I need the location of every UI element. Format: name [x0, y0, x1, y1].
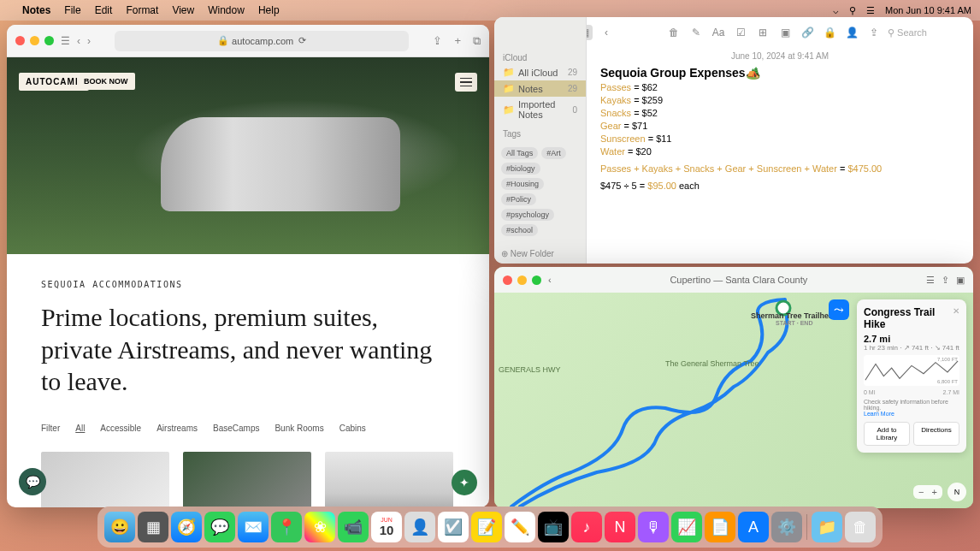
- tag[interactable]: #Policy: [501, 193, 536, 205]
- back-icon[interactable]: ‹: [598, 25, 615, 40]
- forward-icon[interactable]: ›: [87, 35, 91, 47]
- tag[interactable]: #psychology: [501, 209, 554, 221]
- share-icon[interactable]: ⇪: [865, 25, 883, 40]
- search-input[interactable]: ⚲ Search: [888, 27, 965, 39]
- wifi-icon[interactable]: ⌵: [833, 5, 839, 16]
- sidebar-icon[interactable]: ☰: [61, 35, 70, 47]
- tag[interactable]: #Art: [541, 147, 566, 159]
- table-icon[interactable]: ⊞: [754, 25, 771, 40]
- tag[interactable]: All Tags: [501, 147, 538, 159]
- lock-icon[interactable]: 🔒: [821, 25, 838, 40]
- dock-stocks-icon[interactable]: 📈: [671, 512, 702, 542]
- media-icon[interactable]: ▣: [776, 25, 794, 40]
- dock-maps-icon[interactable]: 📍: [271, 512, 302, 542]
- dock-photos-icon[interactable]: ❀: [304, 512, 335, 542]
- menu-view[interactable]: View: [172, 4, 194, 16]
- dock-facetime-icon[interactable]: 📹: [338, 512, 369, 542]
- dock-calendar-icon[interactable]: JUN10: [371, 512, 402, 542]
- accommodation-thumb[interactable]: [41, 452, 169, 508]
- control-center-icon[interactable]: ☰: [866, 5, 875, 16]
- accommodation-thumb[interactable]: [183, 452, 311, 508]
- add-library-button[interactable]: Add to Library: [864, 422, 910, 446]
- filter-bunkrooms[interactable]: Bunk Rooms: [275, 424, 323, 433]
- book-now-button[interactable]: BOOK NOW: [77, 73, 135, 90]
- favorites-icon[interactable]: ☰: [926, 275, 935, 286]
- close-icon[interactable]: [503, 276, 512, 285]
- zoom-control[interactable]: − +: [913, 485, 942, 499]
- filter-basecamps[interactable]: BaseCamps: [213, 424, 259, 433]
- back-icon[interactable]: ‹: [548, 275, 552, 285]
- url-text: autocamp.com: [232, 36, 293, 46]
- dock-launchpad-icon[interactable]: ▦: [138, 512, 168, 542]
- folder-notes[interactable]: 📁 Notes29: [494, 80, 586, 97]
- hamburger-icon[interactable]: [455, 73, 477, 92]
- dock-reminders-icon[interactable]: ☑️: [438, 512, 469, 542]
- filter-all[interactable]: All: [75, 424, 85, 433]
- close-panel-icon[interactable]: ✕: [953, 306, 959, 316]
- dock: 😀 ▦ 🧭 💬 ✉️ 📍 ❀ 📹 JUN10 👤 ☑️ 📝 ✏️ 📺 ♪ N 🎙…: [97, 507, 883, 548]
- menu-edit[interactable]: Edit: [95, 4, 113, 16]
- dock-settings-icon[interactable]: ⚙️: [771, 512, 802, 542]
- tabs-icon[interactable]: ⧉: [473, 34, 481, 48]
- dock-contacts-icon[interactable]: 👤: [404, 512, 435, 542]
- dock-tv-icon[interactable]: 📺: [538, 512, 569, 542]
- route-mode-icon[interactable]: ⤳: [829, 299, 849, 320]
- search-icon[interactable]: ⚲: [849, 5, 856, 16]
- checklist-icon[interactable]: ☑: [732, 25, 749, 40]
- dock-finder-icon[interactable]: 😀: [104, 512, 135, 542]
- map-canvas[interactable]: GENERALS HWY The General Sherman Tree Sh…: [494, 293, 973, 508]
- dock-mail-icon[interactable]: ✉️: [238, 512, 269, 542]
- tag[interactable]: #biology: [501, 163, 540, 175]
- close-icon[interactable]: [15, 36, 25, 45]
- menu-help[interactable]: Help: [258, 4, 280, 16]
- link-icon[interactable]: 🔗: [799, 25, 816, 40]
- format-icon[interactable]: Aa: [710, 25, 727, 40]
- dock-notes-icon[interactable]: 📝: [471, 512, 502, 542]
- dock-trash-icon[interactable]: 🗑: [845, 512, 876, 542]
- minimize-icon[interactable]: [30, 36, 39, 45]
- dock-podcasts-icon[interactable]: 🎙: [638, 512, 669, 542]
- learn-more-link[interactable]: Learn More: [864, 411, 959, 417]
- folder-all-icloud[interactable]: 📁 All iCloud29: [494, 64, 586, 80]
- app-menu[interactable]: Notes: [22, 4, 50, 16]
- clock[interactable]: Mon Jun 10 9:41 AM: [885, 5, 971, 15]
- dock-messages-icon[interactable]: 💬: [204, 512, 235, 542]
- dock-safari-icon[interactable]: 🧭: [171, 512, 202, 542]
- tag[interactable]: #school: [501, 224, 538, 236]
- directions-button[interactable]: Directions: [913, 422, 959, 446]
- folder-imported[interactable]: 📁 Imported Notes0: [494, 97, 586, 122]
- compose-icon[interactable]: ✎: [688, 25, 705, 40]
- menu-format[interactable]: Format: [126, 4, 158, 16]
- filter-accessible[interactable]: Accessible: [100, 424, 141, 433]
- map-mode-icon[interactable]: ▣: [956, 275, 965, 286]
- collaborate-icon[interactable]: 👤: [843, 25, 860, 40]
- dock-pages-icon[interactable]: 📄: [705, 512, 735, 542]
- chat-icon[interactable]: 💬: [19, 468, 46, 495]
- dock-music-icon[interactable]: ♪: [571, 512, 602, 542]
- zoom-icon[interactable]: [44, 36, 54, 45]
- share-icon[interactable]: ⇪: [433, 34, 442, 48]
- reload-icon[interactable]: ⟳: [298, 35, 306, 46]
- filter-cabins[interactable]: Cabins: [339, 424, 366, 433]
- filter-label: Filter: [41, 424, 60, 433]
- accommodation-thumb[interactable]: [325, 452, 453, 508]
- share-icon[interactable]: ⇪: [942, 275, 949, 286]
- minimize-icon[interactable]: [517, 276, 527, 285]
- delete-icon[interactable]: 🗑: [665, 25, 682, 40]
- dock-appstore-icon[interactable]: A: [738, 512, 769, 542]
- back-icon[interactable]: ‹: [77, 35, 80, 47]
- dock-freeform-icon[interactable]: ✏️: [505, 512, 535, 542]
- new-folder-button[interactable]: ⊕ New Folder: [501, 249, 554, 258]
- dock-downloads-icon[interactable]: 📁: [812, 512, 842, 542]
- zoom-icon[interactable]: [532, 276, 541, 285]
- dock-news-icon[interactable]: N: [605, 512, 635, 542]
- compass-icon[interactable]: N: [948, 483, 966, 501]
- url-field[interactable]: 🔒 autocamp.com ⟳: [115, 31, 409, 51]
- menu-window[interactable]: Window: [208, 4, 245, 16]
- tag[interactable]: #Housing: [501, 178, 544, 190]
- menu-file[interactable]: File: [64, 4, 80, 16]
- accessibility-icon[interactable]: ✦: [452, 470, 477, 495]
- filter-airstreams[interactable]: Airstreams: [156, 424, 198, 433]
- note-editor[interactable]: June 10, 2024 at 9:41 AM Sequoia Group E…: [587, 17, 973, 264]
- new-tab-icon[interactable]: +: [454, 34, 461, 48]
